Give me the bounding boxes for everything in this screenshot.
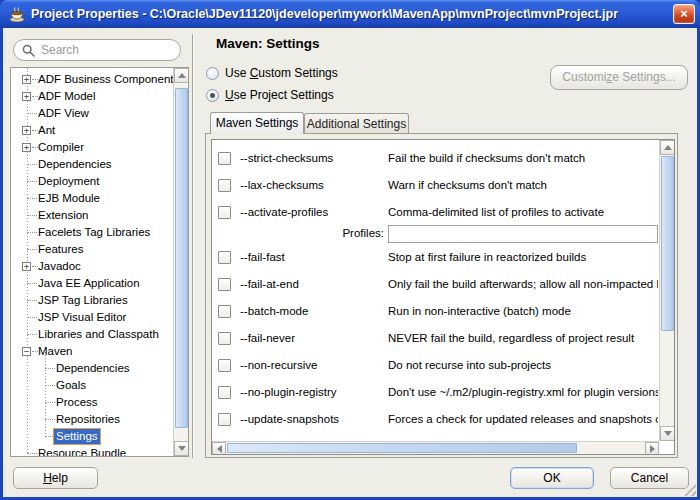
close-button[interactable]: × (673, 4, 695, 24)
cancel-button[interactable]: Cancel (610, 467, 689, 489)
options-hscrollbar-thumb[interactable] (227, 443, 577, 453)
tree-item-label[interactable]: Dependencies (56, 360, 130, 377)
title-bar[interactable]: Project Properties - C:\Oracle\JDev11120… (0, 0, 700, 28)
tree-item-dependencies[interactable]: Dependencies (11, 360, 173, 377)
window-title: Project Properties - C:\Oracle\JDev11120… (31, 7, 669, 21)
tree-item-java-ee-application[interactable]: Java EE Application (11, 275, 173, 292)
tree-item-label[interactable]: Resource Bundle (38, 445, 126, 456)
fail-fast-checkbox[interactable] (218, 251, 231, 264)
radio-use-custom-settings[interactable]: Use Custom Settings (206, 65, 338, 81)
tree-item-label[interactable]: Maven (38, 343, 73, 360)
tree-item-jsp-tag-libraries[interactable]: JSP Tag Libraries (11, 292, 173, 309)
tree-item-label[interactable]: Libraries and Classpath (38, 326, 159, 343)
tree-item-javadoc[interactable]: +Javadoc (11, 258, 173, 275)
fail-fast-description: Stop at first failure in reactorized bui… (388, 250, 658, 265)
radio-label[interactable]: Use Project Settings (225, 88, 334, 102)
tree-item-jsp-visual-editor[interactable]: JSP Visual Editor (11, 309, 173, 326)
tree-item-label[interactable]: Features (38, 241, 83, 258)
tree-item-label[interactable]: JSP Tag Libraries (38, 292, 128, 309)
expand-icon[interactable]: + (22, 262, 31, 271)
scroll-left-icon (217, 445, 222, 453)
tree-scrollbar[interactable] (173, 68, 188, 456)
tree-item-label[interactable]: ADF Business Components (38, 71, 173, 88)
help-button[interactable]: Help (13, 467, 98, 489)
radio-button-icon[interactable] (206, 67, 219, 80)
customize-settings-button[interactable]: Customize Settings... (550, 65, 688, 90)
tree-item-label[interactable]: Deployment (38, 173, 99, 190)
tree-item-label[interactable]: Compiler (38, 139, 84, 156)
ok-button[interactable]: OK (510, 467, 594, 489)
tree-scrollbar-thumb[interactable] (175, 88, 188, 428)
tree-item-label[interactable]: Ant (38, 122, 55, 139)
tree-item-facelets-tag-libraries[interactable]: Facelets Tag Libraries (11, 224, 173, 241)
page-title: Maven: Settings (216, 36, 320, 51)
tree-item-adf-business-components[interactable]: +ADF Business Components (11, 71, 173, 88)
tree-item-label[interactable]: ADF View (38, 105, 89, 122)
options-scrollbar-thumb[interactable] (661, 156, 674, 331)
scroll-up-button[interactable] (174, 68, 189, 83)
non-recursive-checkbox[interactable] (218, 359, 231, 372)
scroll-up-icon (178, 73, 186, 78)
tree-item-deployment[interactable]: Deployment (11, 173, 173, 190)
tab-maven-settings[interactable]: Maven Settings (210, 112, 304, 134)
batch-mode-checkbox[interactable] (218, 305, 231, 318)
tree-item-features[interactable]: Features (11, 241, 173, 258)
tree-item-process[interactable]: Process (11, 394, 173, 411)
tree-item-label[interactable]: Javadoc (38, 258, 81, 275)
tree-item-settings[interactable]: Settings (11, 428, 173, 445)
tree-item-extension[interactable]: Extension (11, 207, 173, 224)
tree-item-label[interactable]: Extension (38, 207, 89, 224)
radio-use-project-settings[interactable]: Use Project Settings (206, 87, 334, 103)
activate-profiles-checkbox[interactable] (218, 206, 231, 219)
tree-item-adf-view[interactable]: ADF View (11, 105, 173, 122)
expand-icon[interactable]: + (22, 143, 31, 152)
fail-at-end-checkbox[interactable] (218, 278, 231, 291)
tree-item-repositories[interactable]: Repositories (11, 411, 173, 428)
scroll-down-button[interactable] (174, 441, 189, 456)
scroll-down-button[interactable] (660, 426, 675, 441)
no-plugin-registry-checkbox[interactable] (218, 386, 231, 399)
tree-item-label[interactable]: Goals (56, 377, 86, 394)
tree-item-label[interactable]: ADF Model (38, 88, 96, 105)
tree-item-ant[interactable]: +Ant (11, 122, 173, 139)
tree-item-adf-model[interactable]: +ADF Model (11, 88, 173, 105)
tab-additional-settings[interactable]: Additional Settings (304, 113, 409, 134)
tree-item-label[interactable]: Java EE Application (38, 275, 140, 292)
tree-item-label[interactable]: JSP Visual Editor (38, 309, 126, 326)
tree-item-label[interactable]: Dependencies (38, 156, 112, 173)
collapse-icon[interactable]: − (22, 347, 31, 356)
tree-item-label[interactable]: Repositories (56, 411, 120, 428)
profiles-input[interactable] (388, 225, 658, 243)
search-input[interactable]: Search (13, 39, 181, 61)
tree-item-resource-bundle[interactable]: Resource Bundle (11, 445, 173, 456)
options-vertical-scrollbar[interactable] (659, 140, 674, 441)
no-plugin-registry-label: --no-plugin-registry (240, 385, 337, 400)
expand-icon[interactable]: + (22, 126, 31, 135)
radio-label[interactable]: Use Custom Settings (225, 66, 338, 80)
tree-item-ejb-module[interactable]: EJB Module (11, 190, 173, 207)
update-snapshots-checkbox[interactable] (218, 413, 231, 426)
options-horizontal-scrollbar[interactable] (212, 441, 659, 454)
fail-never-checkbox[interactable] (218, 332, 231, 345)
tree-item-label[interactable]: Settings (53, 428, 101, 445)
tree-item-label[interactable]: Process (56, 394, 98, 411)
tree-item-libraries-and-classpath[interactable]: Libraries and Classpath (11, 326, 173, 343)
tree-item-compiler[interactable]: +Compiler (11, 139, 173, 156)
scroll-up-button[interactable] (660, 140, 675, 155)
scroll-right-button[interactable] (645, 442, 659, 455)
lax-checksums-checkbox[interactable] (218, 179, 231, 192)
tree-connector (27, 283, 37, 284)
expand-icon[interactable]: + (22, 92, 31, 101)
scroll-left-button[interactable] (212, 442, 226, 455)
strict-checksums-checkbox[interactable] (218, 152, 231, 165)
tree-item-dependencies[interactable]: Dependencies (11, 156, 173, 173)
fail-at-end-description: Only fail the build afterwards; allow al… (388, 277, 658, 292)
expand-icon[interactable]: + (22, 75, 31, 84)
tree-item-goals[interactable]: Goals (11, 377, 173, 394)
search-placeholder: Search (41, 43, 79, 57)
tree-item-maven[interactable]: −Maven (11, 343, 173, 360)
tree-item-label[interactable]: EJB Module (38, 190, 100, 207)
tree-connector (45, 419, 55, 420)
tree-item-label[interactable]: Facelets Tag Libraries (38, 224, 150, 241)
radio-button-icon[interactable] (206, 89, 219, 102)
